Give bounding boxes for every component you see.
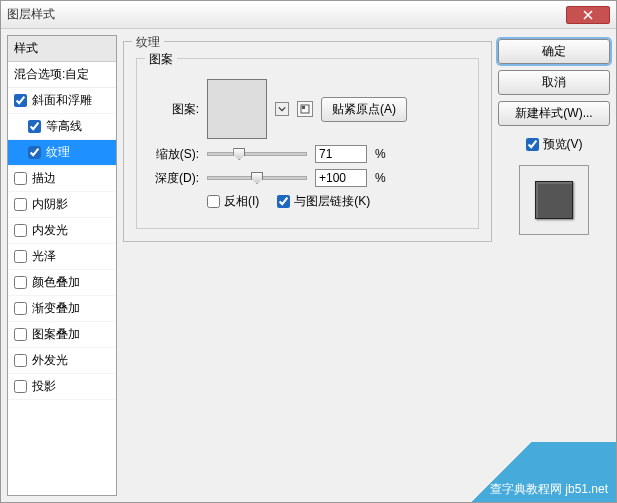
style-checkbox[interactable] (14, 302, 27, 315)
style-checkbox[interactable] (14, 328, 27, 341)
depth-row: 深度(D): +100 % (149, 169, 466, 187)
style-row[interactable]: 图案叠加 (8, 322, 116, 348)
link-checkbox-wrap[interactable]: 与图层链接(K) (277, 193, 370, 210)
new-style-button[interactable]: 新建样式(W)... (498, 101, 610, 126)
style-row[interactable]: 描边 (8, 166, 116, 192)
style-checkbox[interactable] (28, 146, 41, 159)
preview-checkbox[interactable] (526, 138, 539, 151)
depth-label: 深度(D): (149, 170, 199, 187)
style-checkbox[interactable] (14, 198, 27, 211)
settings-panel: 纹理 图案 图案: 贴紧原点(A) (123, 35, 492, 496)
style-row[interactable]: 投影 (8, 374, 116, 400)
slider-thumb[interactable] (233, 148, 245, 160)
new-pattern-button[interactable] (297, 101, 313, 117)
chevron-down-icon (278, 105, 286, 113)
pattern-swatch[interactable] (207, 79, 267, 139)
svg-rect-1 (302, 106, 305, 109)
style-label: 等高线 (46, 118, 82, 135)
style-label: 图案叠加 (32, 326, 80, 343)
scale-input[interactable]: 71 (315, 145, 367, 163)
style-row[interactable]: 等高线 (8, 114, 116, 140)
ok-button[interactable]: 确定 (498, 39, 610, 64)
slider-thumb[interactable] (251, 172, 263, 184)
cancel-button[interactable]: 取消 (498, 70, 610, 95)
blend-options-row[interactable]: 混合选项:自定 (8, 62, 116, 88)
pattern-row: 图案: 贴紧原点(A) (149, 79, 466, 139)
style-label: 投影 (32, 378, 56, 395)
style-label: 外发光 (32, 352, 68, 369)
percent-label: % (375, 171, 386, 185)
style-label: 内阴影 (32, 196, 68, 213)
close-icon (583, 10, 593, 20)
style-row[interactable]: 纹理 (8, 140, 116, 166)
texture-group: 纹理 图案 图案: 贴紧原点(A) (123, 41, 492, 242)
depth-input[interactable]: +100 (315, 169, 367, 187)
style-label: 描边 (32, 170, 56, 187)
close-button[interactable] (566, 6, 610, 24)
style-checkbox[interactable] (14, 250, 27, 263)
preview-label: 预览(V) (543, 136, 583, 153)
style-label: 光泽 (32, 248, 56, 265)
pattern-group: 图案 图案: 贴紧原点(A) 缩放(S): (136, 58, 479, 229)
scale-label: 缩放(S): (149, 146, 199, 163)
preview-toggle[interactable]: 预览(V) (498, 136, 610, 153)
texture-legend: 纹理 (132, 34, 164, 51)
style-checkbox[interactable] (28, 120, 41, 133)
style-label: 渐变叠加 (32, 300, 80, 317)
preview-inner (535, 181, 573, 219)
style-row[interactable]: 内阴影 (8, 192, 116, 218)
checkbox-row: 反相(I) 与图层链接(K) (149, 193, 466, 210)
window-title: 图层样式 (7, 6, 55, 23)
style-row[interactable]: 斜面和浮雕 (8, 88, 116, 114)
style-checkbox[interactable] (14, 94, 27, 107)
invert-checkbox-wrap[interactable]: 反相(I) (207, 193, 259, 210)
style-checkbox[interactable] (14, 172, 27, 185)
preview-swatch (519, 165, 589, 235)
style-row[interactable]: 内发光 (8, 218, 116, 244)
styles-list: 样式 混合选项:自定 斜面和浮雕等高线纹理描边内阴影内发光光泽颜色叠加渐变叠加图… (7, 35, 117, 496)
style-row[interactable]: 外发光 (8, 348, 116, 374)
scale-slider[interactable] (207, 152, 307, 156)
link-label: 与图层链接(K) (294, 193, 370, 210)
style-checkbox[interactable] (14, 380, 27, 393)
style-row[interactable]: 颜色叠加 (8, 270, 116, 296)
style-row[interactable]: 渐变叠加 (8, 296, 116, 322)
pattern-legend: 图案 (145, 51, 177, 68)
new-icon (299, 103, 311, 115)
style-checkbox[interactable] (14, 354, 27, 367)
invert-label: 反相(I) (224, 193, 259, 210)
style-checkbox[interactable] (14, 276, 27, 289)
scale-row: 缩放(S): 71 % (149, 145, 466, 163)
invert-checkbox[interactable] (207, 195, 220, 208)
style-checkbox[interactable] (14, 224, 27, 237)
snap-origin-button[interactable]: 贴紧原点(A) (321, 97, 407, 122)
style-row[interactable]: 光泽 (8, 244, 116, 270)
style-label: 斜面和浮雕 (32, 92, 92, 109)
link-checkbox[interactable] (277, 195, 290, 208)
percent-label: % (375, 147, 386, 161)
style-label: 颜色叠加 (32, 274, 80, 291)
pattern-dropdown[interactable] (275, 102, 289, 116)
right-buttons: 确定 取消 新建样式(W)... 预览(V) (498, 35, 610, 496)
titlebar: 图层样式 (1, 1, 616, 29)
style-label: 纹理 (46, 144, 70, 161)
style-label: 内发光 (32, 222, 68, 239)
depth-slider[interactable] (207, 176, 307, 180)
pattern-label: 图案: (149, 101, 199, 118)
styles-header: 样式 (8, 36, 116, 62)
layer-style-dialog: 图层样式 样式 混合选项:自定 斜面和浮雕等高线纹理描边内阴影内发光光泽颜色叠加… (0, 0, 617, 503)
dialog-body: 样式 混合选项:自定 斜面和浮雕等高线纹理描边内阴影内发光光泽颜色叠加渐变叠加图… (1, 29, 616, 502)
